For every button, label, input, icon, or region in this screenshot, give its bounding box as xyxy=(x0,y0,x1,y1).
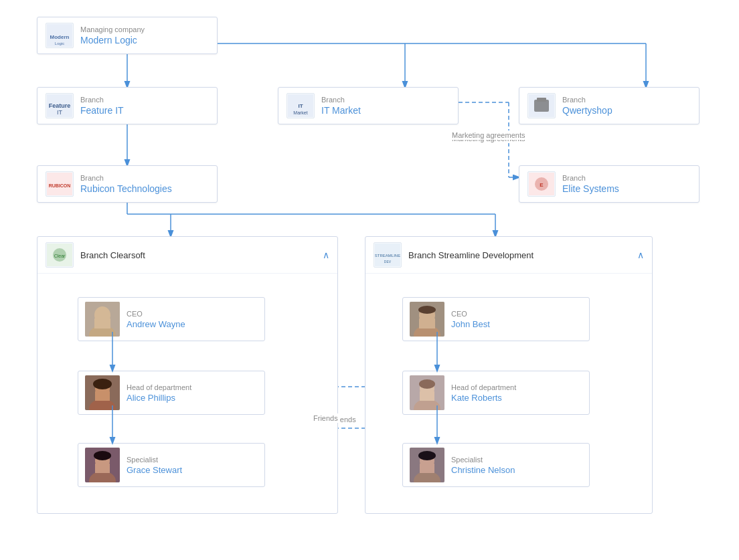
person-node-john-best[interactable]: CEO John Best xyxy=(402,297,590,341)
node-info-modern-logic: Managing company Modern Logic xyxy=(80,25,145,45)
logo-clearsoft: Clear xyxy=(46,242,74,268)
person-info-kate-roberts: Head of department Kate Roberts xyxy=(451,383,516,403)
svg-point-66 xyxy=(418,306,436,314)
node-name-it-market: IT Market xyxy=(321,105,361,116)
svg-rect-34 xyxy=(537,98,546,102)
person-name-kate-roberts: Kate Roberts xyxy=(451,393,516,403)
logo-it-market: IT Market xyxy=(286,93,315,118)
node-info-qwertyshop: Branch Qwertyshop xyxy=(562,96,612,116)
logo-streamline: STREAMLINE DEV xyxy=(374,242,402,268)
photo-alice-phillips xyxy=(85,375,120,410)
logo-rubicon: RUBICON xyxy=(46,171,74,197)
person-info-christine-nelson: Specialist Christine Nelson xyxy=(451,456,515,475)
svg-text:Market: Market xyxy=(293,110,307,115)
node-info-rubicon: Branch Rubicon Technologies xyxy=(80,174,172,194)
person-node-andrew-wayne[interactable]: CEO Andrew Wayne xyxy=(78,297,265,341)
branch-clearsoft: Clear Branch Clearsoft ∧ CEO Andr xyxy=(37,236,338,514)
node-name-qwertyshop: Qwertyshop xyxy=(562,105,612,116)
person-node-alice-phillips[interactable]: Head of department Alice Phillips xyxy=(78,371,265,415)
node-type-modern-logic: Managing company xyxy=(80,25,145,33)
node-name-rubicon: Rubicon Technologies xyxy=(80,183,172,194)
person-role-andrew-wayne: CEO xyxy=(127,310,185,318)
person-info-andrew-wayne: CEO Andrew Wayne xyxy=(127,310,185,329)
node-rubicon[interactable]: RUBICON Branch Rubicon Technologies xyxy=(37,165,218,203)
svg-text:IT: IT xyxy=(298,103,303,109)
person-info-john-best: CEO John Best xyxy=(451,310,490,329)
person-node-grace-stewart[interactable]: Specialist Grace Stewart xyxy=(78,443,265,487)
svg-rect-55 xyxy=(95,464,110,473)
svg-point-56 xyxy=(94,451,111,460)
svg-rect-75 xyxy=(420,464,434,473)
node-info-feature-it: Branch Feature IT xyxy=(80,96,124,116)
person-name-alice-phillips: Alice Phillips xyxy=(127,393,191,403)
node-type-it-market: Branch xyxy=(321,96,361,104)
node-modern-logic[interactable]: Modern Logic Managing company Modern Log… xyxy=(37,17,218,54)
svg-text:STREAMLINE: STREAMLINE xyxy=(375,254,400,258)
svg-text:DEV: DEV xyxy=(384,260,392,264)
logo-modern-logic: Modern Logic xyxy=(46,23,74,48)
node-info-streamline: Branch Streamline Development xyxy=(408,250,533,260)
photo-kate-roberts xyxy=(410,375,444,410)
logo-feature-it: Feature IT xyxy=(46,93,74,118)
person-role-christine-nelson: Specialist xyxy=(451,456,515,464)
node-type-rubicon: Branch xyxy=(80,174,172,182)
svg-point-76 xyxy=(418,451,436,460)
branch-streamline: STREAMLINE DEV Branch Streamline Develop… xyxy=(365,236,653,514)
node-name-feature-it: Feature IT xyxy=(80,105,124,116)
node-feature-it[interactable]: Feature IT Branch Feature IT xyxy=(37,87,218,124)
person-info-grace-stewart: Specialist Grace Stewart xyxy=(127,456,182,475)
svg-text:Clear: Clear xyxy=(54,254,66,258)
svg-point-71 xyxy=(419,379,435,389)
svg-text:E: E xyxy=(540,182,544,188)
node-name-streamline: Streamline Development xyxy=(438,250,533,260)
node-name-elite-systems: Elite Systems xyxy=(562,183,619,194)
svg-text:RUBICON: RUBICON xyxy=(49,183,71,188)
node-type-clearsoft: Branch xyxy=(80,250,108,260)
svg-text:IT: IT xyxy=(57,109,63,116)
person-role-john-best: CEO xyxy=(451,310,490,318)
person-role-kate-roberts: Head of department xyxy=(451,383,516,391)
org-chart-container: Marketing agreements Friends Modern Logi… xyxy=(0,0,739,560)
person-node-christine-nelson[interactable]: Specialist Christine Nelson xyxy=(402,443,590,487)
node-type-feature-it: Branch xyxy=(80,96,124,104)
person-name-christine-nelson: Christine Nelson xyxy=(451,465,515,475)
node-name-clearsoft: Clearsoft xyxy=(110,250,145,260)
collapse-clearsoft-icon[interactable]: ∧ xyxy=(323,250,329,260)
svg-text:Modern: Modern xyxy=(50,34,70,40)
node-type-elite-systems: Branch xyxy=(562,174,619,182)
node-info-elite-systems: Branch Elite Systems xyxy=(562,174,619,194)
node-type-streamline: Branch xyxy=(408,250,436,260)
photo-christine-nelson xyxy=(410,448,444,482)
logo-qwertyshop xyxy=(527,93,556,118)
friends-label: Friends xyxy=(311,413,340,423)
marketing-label: Marketing agreements xyxy=(450,130,527,140)
photo-grace-stewart xyxy=(85,448,120,482)
person-info-alice-phillips: Head of department Alice Phillips xyxy=(127,383,191,403)
photo-andrew-wayne xyxy=(85,302,120,337)
collapse-streamline-icon[interactable]: ∧ xyxy=(637,250,644,260)
person-name-grace-stewart: Grace Stewart xyxy=(127,465,182,475)
person-name-andrew-wayne: Andrew Wayne xyxy=(127,319,185,329)
svg-rect-46 xyxy=(94,318,110,329)
node-elite-systems[interactable]: E Branch Elite Systems xyxy=(519,165,700,203)
person-node-kate-roberts[interactable]: Head of department Kate Roberts xyxy=(402,371,590,415)
svg-text:Logic: Logic xyxy=(55,41,64,45)
person-role-alice-phillips: Head of department xyxy=(127,383,191,391)
branch-clearsoft-header: Clear Branch Clearsoft ∧ xyxy=(37,237,337,274)
logo-elite-systems: E xyxy=(527,171,556,197)
svg-rect-70 xyxy=(420,391,434,401)
node-qwertyshop[interactable]: Branch Qwertyshop xyxy=(519,87,700,124)
svg-text:Feature: Feature xyxy=(49,102,71,109)
svg-rect-65 xyxy=(419,318,435,329)
node-info-clearsoft: Branch Clearsoft xyxy=(80,250,145,260)
photo-john-best xyxy=(410,302,444,337)
branch-streamline-header: STREAMLINE DEV Branch Streamline Develop… xyxy=(365,237,652,274)
node-it-market[interactable]: IT Market Branch IT Market xyxy=(278,87,459,124)
person-name-john-best: John Best xyxy=(451,319,490,329)
node-name-modern-logic: Modern Logic xyxy=(80,35,145,45)
node-type-qwertyshop: Branch xyxy=(562,96,612,104)
node-info-it-market: Branch IT Market xyxy=(321,96,361,116)
svg-rect-50 xyxy=(95,391,110,401)
person-role-grace-stewart: Specialist xyxy=(127,456,182,464)
svg-point-51 xyxy=(93,379,112,389)
